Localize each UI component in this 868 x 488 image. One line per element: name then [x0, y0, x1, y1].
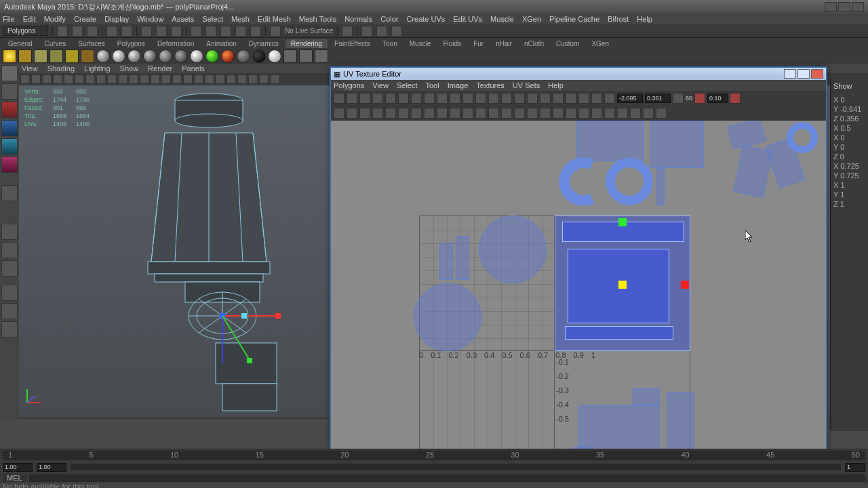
render-icon[interactable]	[361, 26, 372, 37]
tab-surfaces[interactable]: Surfaces	[73, 39, 110, 48]
vp-btn[interactable]	[31, 75, 41, 84]
uv-tool-icon[interactable]	[462, 108, 473, 119]
shelf-vol-icon[interactable]	[81, 49, 94, 63]
tab-rendering[interactable]: Rendering	[285, 39, 328, 48]
vp-btn[interactable]	[75, 75, 84, 84]
menu-assets[interactable]: Assets	[172, 15, 194, 23]
uv-tool-icon[interactable]	[347, 93, 357, 104]
menu-meshtools[interactable]: Mesh Tools	[299, 15, 336, 23]
uv-tool-icon[interactable]	[514, 108, 525, 119]
menu-muscle[interactable]: Muscle	[490, 15, 514, 23]
uv-tool-icon[interactable]	[359, 108, 370, 119]
menu-pipeline[interactable]: Pipeline Cache	[549, 15, 599, 23]
paint-select-icon[interactable]	[171, 26, 182, 37]
uv-tool-icon[interactable]	[475, 108, 486, 119]
channel-box[interactable]: Show X 0 Y -0.641 Z 0.356 X 0.5 X 0 Y 0 …	[830, 79, 868, 431]
uv-tool-icon[interactable]	[385, 108, 396, 119]
vp-btn[interactable]	[107, 75, 117, 84]
shelf-light-icon[interactable]	[3, 49, 16, 63]
uv-scale-center-handle[interactable]	[618, 281, 627, 289]
shelf-ramp-icon[interactable]	[174, 49, 188, 63]
uv-coord-u-field[interactable]	[617, 94, 643, 103]
uv-menu-polygons[interactable]: Polygons	[334, 81, 364, 89]
uv-tool-icon[interactable]	[334, 108, 344, 119]
menu-modify[interactable]: Modify	[44, 15, 66, 23]
tab-dynamics[interactable]: Dynamics	[243, 39, 284, 48]
scale-tool[interactable]	[1, 157, 18, 173]
vp-btn[interactable]	[183, 75, 193, 84]
mode-selector[interactable]: Polygons	[3, 26, 48, 36]
vp-btn[interactable]	[248, 75, 258, 84]
lasso-tool[interactable]	[1, 83, 18, 100]
shelf-shader-red[interactable]	[221, 49, 235, 63]
menu-editmesh[interactable]: Edit Mesh	[258, 15, 291, 23]
uv-minimize-button[interactable]	[784, 69, 796, 79]
tab-animation[interactable]: Animation	[201, 39, 241, 48]
shelf-aniso-icon[interactable]	[159, 49, 172, 63]
uv-canvas[interactable]: 00.10.20.30.40.50.60.70.80.91 -0.1-0.2-0…	[331, 121, 826, 454]
last-tool[interactable]	[1, 185, 18, 201]
uv-shell-ring[interactable]	[602, 155, 656, 209]
uv-menu-tool[interactable]: Tool	[426, 81, 439, 89]
tab-fur[interactable]: Fur	[468, 39, 489, 48]
snap-grid-icon[interactable]	[191, 26, 201, 37]
shelf-ipr-icon[interactable]	[299, 49, 313, 63]
uv-scale-y-handle[interactable]	[618, 218, 627, 226]
vp-btn[interactable]	[64, 75, 73, 84]
save-scene-icon[interactable]	[87, 26, 98, 37]
range-start-field[interactable]	[3, 463, 33, 472]
uv-shell[interactable]	[578, 405, 660, 453]
vp-btn[interactable]	[96, 75, 106, 84]
uv-tool-icon[interactable]	[424, 108, 435, 119]
menu-bifrost[interactable]: Bifrost	[608, 15, 629, 23]
uv-tool-icon[interactable]	[501, 93, 512, 104]
vp-btn[interactable]	[237, 75, 247, 84]
shelf-spot-icon[interactable]	[18, 49, 32, 63]
tab-xgen[interactable]: XGen	[586, 39, 614, 48]
vp-menu-shading[interactable]: Shading	[47, 64, 75, 73]
shelf-layered-icon[interactable]	[190, 49, 203, 63]
timeline-ticks[interactable]: 15101520253035404550	[3, 451, 865, 460]
uv-tool-icon[interactable]	[450, 108, 460, 119]
uv-tool-icon[interactable]	[385, 93, 396, 104]
vp-btn[interactable]	[259, 75, 269, 84]
close-button[interactable]	[852, 2, 864, 12]
snap-plane-icon[interactable]	[235, 26, 246, 37]
shelf-shader-white[interactable]	[268, 49, 281, 63]
uv-tool-icon[interactable]	[604, 93, 615, 104]
snap-curve-icon[interactable]	[205, 26, 216, 37]
uv-tool-icon[interactable]	[488, 93, 499, 104]
uv-tool-icon[interactable]	[411, 108, 422, 119]
uv-tool-icon[interactable]	[540, 93, 551, 104]
uv-menu-uvsets[interactable]: UV Sets	[513, 81, 540, 89]
tab-curves[interactable]: Curves	[39, 39, 72, 48]
maximize-button[interactable]	[838, 2, 850, 12]
vp-btn[interactable]	[226, 75, 236, 84]
uv-tool-icon[interactable]	[347, 108, 357, 119]
uv-menu-select[interactable]: Select	[397, 81, 418, 89]
ipr-icon[interactable]	[376, 26, 387, 37]
magnet-icon[interactable]	[270, 26, 281, 37]
uv-tool-icon[interactable]	[398, 93, 409, 104]
uv-tool-icon[interactable]	[359, 93, 370, 104]
tab-polygons[interactable]: Polygons	[112, 39, 151, 48]
vp-menu-render[interactable]: Render	[148, 64, 172, 73]
vp-menu-view[interactable]: View	[22, 64, 38, 73]
uv-shell-arc[interactable]	[551, 158, 599, 205]
uv-scale-x-handle[interactable]	[681, 281, 689, 289]
uv-shell[interactable]	[650, 121, 704, 168]
vp-btn[interactable]	[205, 75, 214, 84]
vp-btn[interactable]	[151, 75, 160, 84]
uv-tool-icon[interactable]	[437, 93, 448, 104]
tab-general[interactable]: General	[3, 39, 38, 48]
uv-tool-icon[interactable]	[540, 108, 551, 119]
uv-shell-circle[interactable]	[414, 283, 481, 351]
uv-tool-icon[interactable]	[617, 108, 628, 119]
uv-tool-icon[interactable]	[566, 93, 576, 104]
vp-btn[interactable]	[140, 75, 149, 84]
select-tool[interactable]	[1, 65, 18, 81]
uv-shell[interactable]	[439, 243, 453, 280]
vp-menu-panels[interactable]: Panels	[182, 64, 205, 73]
script-lang-label[interactable]: MEL	[3, 474, 26, 482]
two-pane-icon[interactable]	[1, 260, 18, 277]
